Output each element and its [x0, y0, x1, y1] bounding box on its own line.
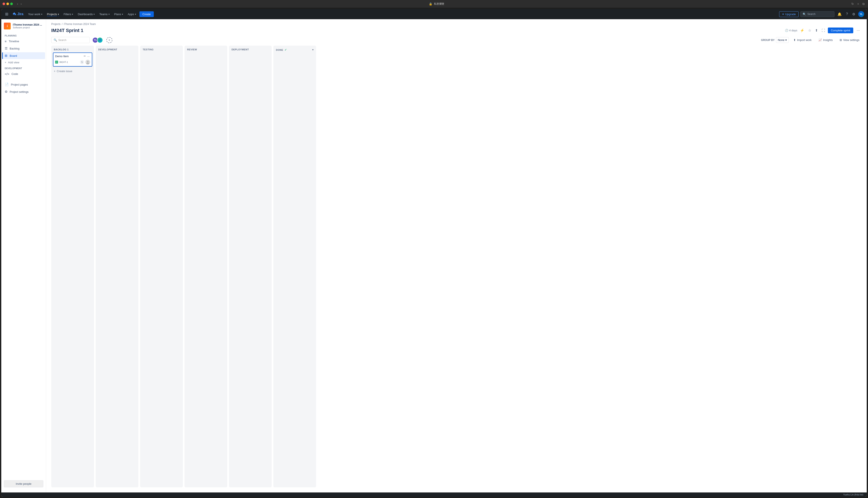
- sidebar-item-project-pages[interactable]: 📄 Project pages: [2, 81, 45, 88]
- svg-point-1: [87, 61, 89, 63]
- create-button[interactable]: Create: [139, 11, 154, 17]
- nav-right: ✦ Upgrade 🔍 Search 🔔 ? ⚙ YL: [779, 11, 864, 17]
- nav-plans[interactable]: Plans ▾: [112, 11, 125, 17]
- user-avatar-nav[interactable]: YL: [858, 11, 864, 17]
- breadcrumb: Projects / iThome Ironman 2024 Team: [51, 23, 861, 26]
- title-bar-center: 🔒 私密瀏覽: [24, 2, 848, 6]
- chevron-down-icon: ▾: [312, 49, 314, 51]
- group-by-value: None: [778, 38, 784, 42]
- card-header: Demo Item ✏ ···: [55, 55, 90, 58]
- grid-icon[interactable]: ⊞: [4, 11, 10, 18]
- column-header-testing: TESTING: [142, 47, 181, 52]
- nav-apps[interactable]: Apps ▾: [126, 11, 138, 17]
- sidebar-item-backlog[interactable]: ☰ Backlog: [2, 45, 45, 52]
- add-member-button[interactable]: +: [106, 37, 112, 43]
- refresh-button[interactable]: ↻: [851, 2, 855, 6]
- done-check-icon: ✓: [284, 48, 287, 51]
- breadcrumb-project-name[interactable]: iThome Ironman 2024 Team: [64, 23, 96, 26]
- notifications-button[interactable]: 🔔: [836, 11, 843, 17]
- board-area: BACKLOG 1 Demo Item ✏ ··· ✓: [46, 45, 867, 493]
- project-name[interactable]: iThome Ironman 2024 ...: [13, 23, 43, 26]
- avatar-2[interactable]: 👤: [97, 37, 103, 43]
- card-assignee-avatar[interactable]: [86, 60, 90, 64]
- sidebar: i iThome Ironman 2024 ... Software proje…: [1, 19, 46, 493]
- column-header-development: DEVELOPMENT: [98, 47, 137, 52]
- star-button[interactable]: ☆: [807, 27, 812, 34]
- sidebar-item-code[interactable]: </> Code: [2, 70, 45, 77]
- share-button[interactable]: ⬆: [814, 27, 819, 34]
- project-info: iThome Ironman 2024 ... Software project: [13, 23, 43, 29]
- import-work-button[interactable]: ⬆ Import work: [791, 37, 814, 43]
- board-search-input[interactable]: 🔍 Search: [51, 37, 90, 43]
- chevron-down-icon: ▾: [786, 38, 787, 42]
- search-icon: 🔍: [54, 38, 57, 42]
- nav-filters[interactable]: Filters ▾: [62, 11, 75, 17]
- lightning-button[interactable]: ⚡: [799, 27, 805, 34]
- fullscreen-button[interactable]: ⛶: [820, 27, 826, 34]
- column-header-deployment: DEPLOYMENT: [231, 47, 270, 52]
- sidebar-item-board[interactable]: ⊞ Board: [2, 52, 45, 59]
- project-icon: i: [4, 23, 11, 29]
- forward-button[interactable]: ›: [20, 2, 23, 6]
- column-title-backlog: BACKLOG 1: [54, 48, 68, 51]
- breadcrumb-separator: /: [62, 23, 62, 26]
- svg-point-2: [86, 63, 89, 64]
- nav-items: Your work ▾ Projects ▾ Filters ▾ Dashboa…: [26, 11, 778, 17]
- back-button[interactable]: ‹: [16, 2, 19, 6]
- done-header-left: DONE ✓: [276, 48, 287, 51]
- invite-people-button[interactable]: Invite people: [4, 480, 43, 487]
- chevron-down-icon: ▾: [41, 13, 42, 15]
- nav-projects[interactable]: Projects ▾: [45, 11, 61, 17]
- card-demo-item: Demo Item ✏ ··· ✓ IM24T-1 5: [53, 52, 92, 67]
- card-more-button[interactable]: ···: [87, 55, 90, 58]
- column-header-backlog: BACKLOG 1: [53, 47, 92, 52]
- nav-dashboards[interactable]: Dashboards ▾: [76, 11, 97, 17]
- column-review: REVIEW: [184, 45, 227, 487]
- chevron-down-icon: ▾: [108, 13, 110, 15]
- new-tab-button[interactable]: +: [856, 2, 860, 6]
- board-icon: ⊞: [5, 54, 8, 57]
- nav-teams[interactable]: Teams ▾: [97, 11, 112, 17]
- development-section-label: DEVELOPMENT: [1, 66, 46, 70]
- create-issue-button[interactable]: + Create issue: [53, 68, 92, 74]
- group-by-select[interactable]: None ▾: [776, 37, 789, 43]
- add-view-button[interactable]: + Add view: [2, 60, 45, 65]
- card-issue-info: ✓ IM24T-1: [55, 61, 68, 64]
- column-title-deployment: DEPLOYMENT: [231, 48, 249, 51]
- board-columns: BACKLOG 1 Demo Item ✏ ··· ✓: [51, 45, 861, 487]
- view-settings-button[interactable]: ⊞ View settings: [838, 37, 861, 43]
- group-by-label: GROUP BY: [761, 39, 775, 42]
- upgrade-button[interactable]: ✦ Upgrade: [779, 11, 799, 17]
- split-view-button[interactable]: ⧉: [861, 2, 866, 6]
- minimize-button[interactable]: [7, 2, 9, 5]
- maximize-button[interactable]: [10, 2, 13, 5]
- chevron-down-icon: ▾: [135, 13, 136, 15]
- card-right: 5: [80, 60, 90, 64]
- search-bar[interactable]: 🔍 Search: [800, 11, 834, 17]
- sidebar-label-board: Board: [10, 54, 17, 57]
- more-actions-button[interactable]: ···: [855, 27, 861, 34]
- sidebar-label-timeline: Timeline: [9, 40, 19, 43]
- group-by: GROUP BY None ▾: [761, 37, 789, 43]
- footer-bar: Yuehu Lin (fntsr.tw): [1, 493, 867, 497]
- help-button[interactable]: ?: [845, 11, 849, 17]
- browser-nav-arrows: ‹ ›: [16, 2, 23, 6]
- insights-button[interactable]: 📈 Insights: [816, 37, 835, 43]
- column-deployment: DEPLOYMENT: [229, 45, 272, 487]
- nav-your-work[interactable]: Your work ▾: [26, 11, 44, 17]
- sidebar-item-project-settings[interactable]: ⚙ Project settings: [2, 88, 45, 95]
- chevron-down-icon: ▾: [72, 13, 73, 15]
- card-title[interactable]: Demo Item: [55, 55, 83, 58]
- board-actions: 🕐 4 days ⚡ ☆ ⬆ ⛶ Complete sprint ···: [785, 27, 861, 34]
- complete-sprint-button[interactable]: Complete sprint: [828, 27, 853, 33]
- jira-logo[interactable]: Jira: [11, 11, 25, 17]
- issue-id[interactable]: IM24T-1: [59, 61, 68, 63]
- breadcrumb-projects[interactable]: Projects: [51, 23, 61, 26]
- close-button[interactable]: [2, 2, 5, 5]
- sidebar-item-timeline[interactable]: ≡ Timeline: [2, 38, 45, 44]
- column-header-review: REVIEW: [186, 47, 226, 52]
- column-header-done: DONE ✓ ▾: [275, 47, 315, 53]
- board-title: IM24T Sprint 1: [51, 28, 83, 33]
- plus-icon: +: [5, 61, 7, 64]
- settings-button[interactable]: ⚙: [851, 11, 856, 17]
